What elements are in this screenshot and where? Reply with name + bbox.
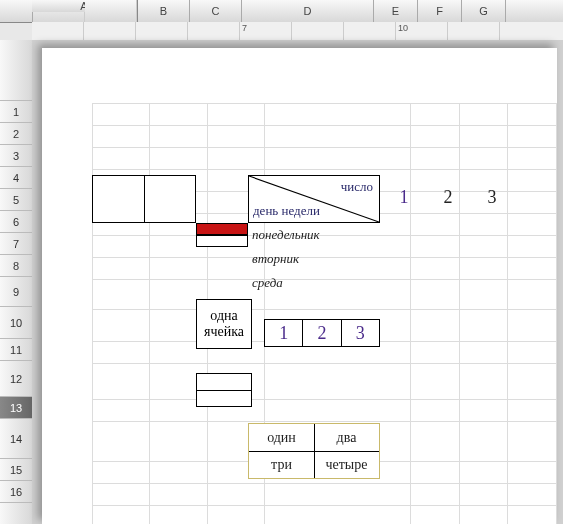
cell[interactable] (93, 422, 150, 462)
cell[interactable] (459, 104, 508, 126)
cell[interactable] (411, 214, 460, 236)
cell[interactable] (508, 506, 557, 525)
row-head-8[interactable]: 8 (0, 255, 32, 277)
cell[interactable] (508, 126, 557, 148)
cell[interactable] (411, 422, 460, 462)
cell[interactable] (265, 364, 411, 400)
cell[interactable] (265, 148, 411, 170)
cell[interactable] (265, 126, 411, 148)
cell[interactable] (150, 104, 207, 126)
row-head-10[interactable]: 10 (0, 307, 32, 339)
cell[interactable] (150, 422, 207, 462)
cell[interactable] (508, 280, 557, 310)
cell[interactable] (265, 280, 411, 310)
cell[interactable] (411, 484, 460, 506)
row-head-7[interactable]: 7 (0, 233, 32, 255)
cell[interactable] (459, 126, 508, 148)
cell[interactable] (508, 310, 557, 342)
cell[interactable] (93, 506, 150, 525)
cell[interactable] (93, 364, 150, 400)
cell[interactable] (265, 400, 411, 422)
row-head-11[interactable]: 11 (0, 339, 32, 361)
cell[interactable] (207, 506, 264, 525)
cell[interactable] (411, 310, 460, 342)
row-head-14[interactable]: 14 (0, 419, 32, 459)
cell[interactable] (459, 462, 508, 484)
row-head-13[interactable]: 13 (0, 397, 32, 419)
col-B[interactable]: B (138, 0, 190, 22)
row-head-15[interactable]: 15 (0, 459, 32, 481)
cell[interactable] (411, 400, 460, 422)
row-head-3[interactable]: 3 (0, 145, 32, 167)
cell[interactable] (459, 280, 508, 310)
cell[interactable] (265, 484, 411, 506)
cell[interactable] (459, 506, 508, 525)
cell[interactable] (411, 280, 460, 310)
cell[interactable] (459, 258, 508, 280)
cell[interactable] (207, 104, 264, 126)
cell[interactable] (459, 236, 508, 258)
cell[interactable] (93, 236, 150, 258)
cell[interactable] (459, 214, 508, 236)
cell[interactable] (207, 484, 264, 506)
cell[interactable] (93, 148, 150, 170)
cell[interactable] (508, 400, 557, 422)
cell[interactable] (459, 148, 508, 170)
row-head-4[interactable]: 4 (0, 167, 32, 189)
row-head-16[interactable]: 16 (0, 481, 32, 503)
cell[interactable] (150, 148, 207, 170)
cell[interactable] (93, 400, 150, 422)
cell[interactable] (150, 258, 207, 280)
cell[interactable] (411, 342, 460, 364)
cell[interactable] (411, 364, 460, 400)
cell[interactable] (459, 310, 508, 342)
cell[interactable] (508, 170, 557, 192)
cell[interactable] (508, 258, 557, 280)
cell[interactable] (508, 342, 557, 364)
cell[interactable] (508, 364, 557, 400)
cell[interactable] (93, 342, 150, 364)
col-C[interactable]: C (190, 0, 242, 22)
cell[interactable] (508, 484, 557, 506)
cell[interactable] (265, 104, 411, 126)
cell[interactable] (207, 148, 264, 170)
cell[interactable] (207, 126, 264, 148)
row-head-1[interactable]: 1 (0, 101, 32, 123)
row-head-5[interactable]: 5 (0, 189, 32, 211)
cell[interactable] (411, 126, 460, 148)
cell[interactable] (459, 422, 508, 462)
cell[interactable] (411, 258, 460, 280)
cell[interactable] (93, 126, 150, 148)
cell[interactable] (93, 280, 150, 310)
row-head-6[interactable]: 6 (0, 211, 32, 233)
cell[interactable] (93, 462, 150, 484)
cell[interactable] (508, 192, 557, 214)
cell[interactable] (93, 104, 150, 126)
cell[interactable] (150, 462, 207, 484)
cell[interactable] (150, 484, 207, 506)
spreadsheet-grid[interactable]: число день недели 1 2 3 понедельник втор… (92, 103, 557, 524)
row-head-12[interactable]: 12 (0, 361, 32, 397)
row-head-9[interactable]: 9 (0, 277, 32, 307)
cell[interactable] (150, 126, 207, 148)
col-F[interactable]: F (418, 0, 462, 22)
cell[interactable] (459, 342, 508, 364)
row-head-2[interactable]: 2 (0, 123, 32, 145)
cell[interactable] (508, 148, 557, 170)
cell[interactable] (93, 484, 150, 506)
cell[interactable] (508, 214, 557, 236)
cell[interactable] (93, 310, 150, 342)
cell[interactable] (150, 506, 207, 525)
col-D[interactable]: D (242, 0, 374, 22)
cell[interactable] (265, 506, 411, 525)
cell[interactable] (93, 258, 150, 280)
cell[interactable] (459, 484, 508, 506)
cell[interactable] (411, 104, 460, 126)
cell[interactable] (411, 462, 460, 484)
cell[interactable] (508, 104, 557, 126)
col-E[interactable]: E (374, 0, 418, 22)
col-G[interactable]: G (462, 0, 506, 22)
cell[interactable] (411, 506, 460, 525)
cell[interactable] (459, 400, 508, 422)
cell[interactable] (459, 364, 508, 400)
